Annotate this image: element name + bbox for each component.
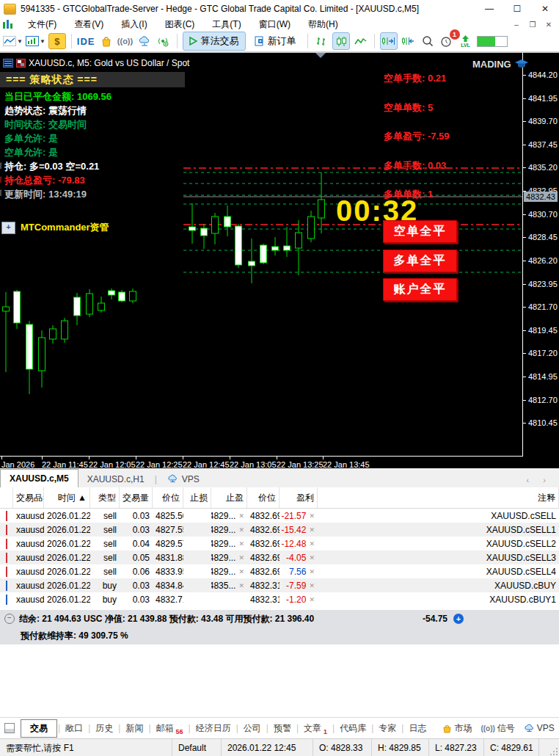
chart-window[interactable]: 4844.204841.954839.704837.454835.204832.…	[0, 52, 559, 469]
remove-tp-button[interactable]: ✕	[238, 554, 244, 561]
terminal-tab-1[interactable]: 敞口	[61, 720, 87, 737]
terminal-tab-0[interactable]: 交易	[21, 719, 57, 738]
terminal-tab-2[interactable]: 历史	[91, 720, 117, 737]
chart-tab-xauusd-c-h1[interactable]: XAUUSD.c,H1	[78, 471, 153, 487]
chart-tab-scroll-arrows[interactable]: ‹ ›	[527, 476, 559, 487]
menu-item-0[interactable]: 文件(F)	[19, 18, 65, 32]
table-row[interactable]: xauusd.c2026.01.22 1...buy0.034834.84483…	[0, 578, 559, 592]
table-row[interactable]: xauusd.c2026.01.22 1...sell0.064833.9548…	[0, 564, 559, 578]
close-position-button[interactable]: ✕	[309, 568, 315, 575]
terminal-tab-4[interactable]: 邮箱56	[152, 720, 188, 737]
column-header[interactable]: 时间 ▲	[44, 487, 90, 508]
menu-item-6[interactable]: 帮助(H)	[299, 18, 347, 32]
menu-item-4[interactable]: 工具(T)	[203, 18, 249, 32]
terminal-tab-5[interactable]: 经济日历	[191, 720, 235, 737]
remove-tp-button[interactable]: ✕	[238, 512, 244, 520]
column-header[interactable]: 盈利	[280, 487, 318, 508]
ide-button[interactable]: IDE	[77, 33, 95, 49]
chart-shift-icon[interactable]	[401, 33, 417, 49]
remove-tp-button[interactable]: ✕	[238, 568, 244, 575]
resize-grip[interactable]	[549, 746, 559, 756]
window-minimize-button[interactable]: —	[475, 1, 503, 18]
terminal-tab-7[interactable]: 预警	[269, 720, 296, 737]
terminal-tab-3[interactable]: 新闻	[121, 720, 147, 737]
table-row[interactable]: xauusd.c2026.01.22 1...sell0.034825.5048…	[0, 509, 559, 523]
signal-icon: ((o))	[481, 724, 494, 733]
remove-tp-button[interactable]: ✕	[238, 540, 244, 548]
candlestick-mode-icon[interactable]	[332, 32, 350, 50]
terminal-tab-13[interactable]: ((o))信号	[476, 720, 519, 737]
remove-tp-button[interactable]: ✕	[238, 526, 244, 534]
deposit-icon[interactable]: $	[48, 33, 66, 49]
chart-type-icon[interactable]: ▼	[3, 33, 23, 49]
close-position-button[interactable]: ✕	[309, 526, 315, 534]
terminal-tab-11[interactable]: 日志	[404, 720, 431, 737]
level-icon[interactable]: LVL	[458, 33, 474, 49]
collapse-icon[interactable]: −	[4, 614, 15, 624]
close-all-buy-button[interactable]: 多单全平	[383, 250, 457, 272]
table-row[interactable]: xauusd.c2026.01.22 1...sell0.054831.8848…	[0, 550, 559, 564]
terminal-tab-6[interactable]: 公司	[239, 720, 266, 737]
close-position-button[interactable]: ✕	[309, 582, 315, 589]
cell-time: 2026.01.22 1...	[44, 595, 90, 605]
notifications-icon[interactable]: 1	[439, 33, 455, 49]
signals-icon[interactable]: ((o))	[117, 33, 134, 49]
add-icon[interactable]: +	[453, 614, 464, 624]
algo-trading-button[interactable]: 算法交易	[183, 32, 246, 51]
table-row[interactable]: xauusd.c2026.01.22 1...sell0.034827.5548…	[0, 523, 559, 537]
window-close-button[interactable]: ✕	[531, 1, 559, 18]
new-order-button[interactable]: 新订单	[249, 32, 302, 50]
buy-order-icon	[6, 595, 7, 605]
strategy-status-line: 当日已平仓金额: 1069.56	[1, 90, 114, 104]
row-icon-cell	[0, 581, 13, 591]
chart-tab-xauusd-c-m5[interactable]: XAUUSD.c,M5	[0, 469, 78, 487]
terminal-tab-14[interactable]: VPS	[519, 721, 559, 735]
bar-chart-mode-icon[interactable]	[313, 33, 329, 49]
terminal-tab-10[interactable]: 专家	[374, 720, 401, 737]
table-row[interactable]: xauusd.c2026.01.22 1...sell0.044829.5748…	[0, 537, 559, 550]
chart-profile-icon[interactable]: ▼	[26, 33, 45, 49]
market-bag-icon[interactable]	[98, 33, 114, 49]
mtcommander-expand-button[interactable]: +	[1, 222, 15, 234]
menu-item-3[interactable]: 图表(C)	[156, 18, 204, 32]
time-tick	[323, 457, 324, 459]
cell-current-price: 4832.69	[247, 567, 280, 577]
close-position-button[interactable]: ✕	[309, 596, 315, 603]
close-position-button[interactable]: ✕	[309, 512, 315, 520]
close-position-button[interactable]: ✕	[309, 554, 315, 561]
column-header[interactable]: 价位	[153, 487, 183, 508]
column-header[interactable]: 交易量	[120, 487, 153, 508]
close-all-account-button[interactable]: 账户全平	[383, 278, 457, 301]
search-icon[interactable]	[420, 33, 436, 49]
mdi-minimize-button[interactable]: –	[511, 21, 522, 29]
time-axis-line	[0, 456, 523, 457]
cell-type: buy	[90, 581, 120, 591]
price-tick-label: 4819.45	[528, 326, 558, 335]
terminal-tab-9[interactable]: 代码库	[335, 720, 370, 737]
mdi-restore-button[interactable]: ❐	[527, 21, 538, 29]
column-header[interactable]: 交易品种	[13, 487, 44, 508]
remove-tp-button[interactable]: ✕	[238, 582, 244, 589]
column-header[interactable]: 注释	[318, 487, 559, 508]
close-all-sell-button[interactable]: 空单全平	[383, 220, 457, 243]
column-header[interactable]: 类型	[90, 487, 120, 508]
cloud-icon	[167, 474, 178, 485]
vps-cloud-icon[interactable]	[136, 33, 153, 49]
column-header[interactable]: 止盈	[211, 487, 247, 508]
menu-item-5[interactable]: 窗口(W)	[250, 18, 299, 32]
line-chart-mode-icon[interactable]	[353, 33, 369, 49]
broadcast-add-icon[interactable]	[156, 33, 172, 49]
chart-tab-vps[interactable]: VPS	[158, 471, 208, 487]
column-header[interactable]: 价位	[247, 487, 280, 508]
menu-item-1[interactable]: 查看(V)	[65, 18, 112, 32]
shift-end-icon[interactable]	[380, 32, 398, 50]
trade-table-header[interactable]: 交易品种时间 ▲类型交易量价位止损止盈价位盈利注释	[0, 487, 559, 509]
mdi-close-button[interactable]: ✕	[543, 21, 555, 29]
window-maximize-button[interactable]: ☐	[503, 1, 531, 18]
menu-item-2[interactable]: 插入(I)	[112, 18, 156, 32]
table-row[interactable]: xauusd.c2026.01.22 1...buy0.034832.71483…	[0, 592, 559, 606]
close-position-button[interactable]: ✕	[309, 540, 315, 548]
terminal-tab-12[interactable]: 市场	[438, 720, 476, 737]
column-header[interactable]: 止损	[183, 487, 211, 508]
terminal-tab-8[interactable]: 文章1	[299, 720, 332, 737]
